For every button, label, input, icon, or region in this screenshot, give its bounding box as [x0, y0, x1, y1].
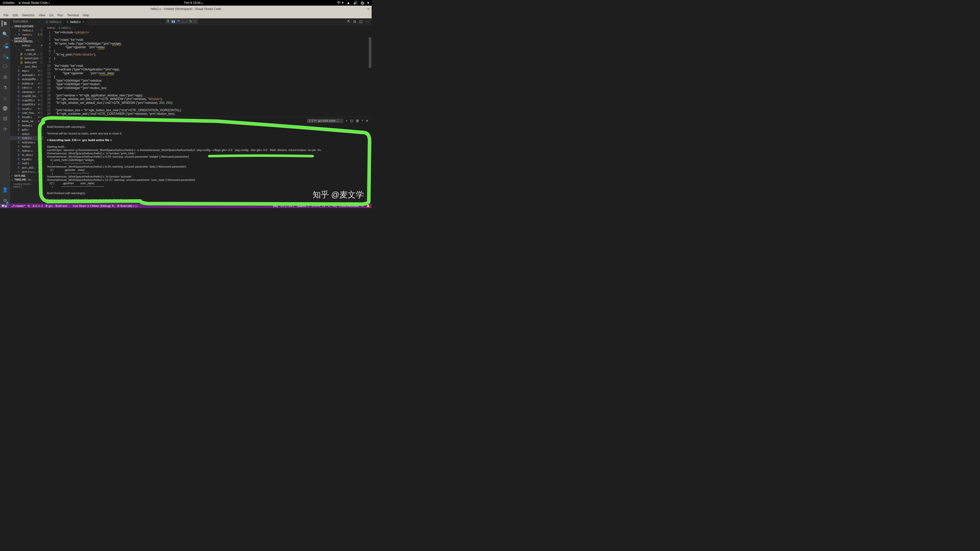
os-status[interactable]: Linux-FEDORA [339, 204, 359, 207]
network-icon[interactable]: ▲ [347, 1, 350, 5]
menu-terminal[interactable]: Terminal [65, 13, 80, 17]
compare-icon[interactable]: ⧉ [353, 19, 356, 24]
file-tree-item[interactable]: ≡hellvscU [10, 144, 43, 149]
more-actions-icon[interactable]: ⋯ [366, 19, 369, 24]
close-panel-icon[interactable]: ✕ [366, 119, 369, 123]
split-editor-icon[interactable]: ◫ [359, 19, 363, 24]
pause-icon[interactable]: ▮▮ [172, 19, 175, 23]
file-tree-item[interactable]: Ccalccc.cU [10, 86, 43, 90]
open-changes-icon[interactable]: ⇱ [347, 19, 350, 24]
maximize-panel-icon[interactable]: ^ [362, 119, 363, 123]
file-tree-item[interactable]: Ccccp0.cU [10, 106, 43, 111]
sync-icon[interactable]: ⟳ [2, 126, 8, 132]
problems-status[interactable]: ⊘ 0 ⚠ 3 [32, 204, 43, 208]
power-icon[interactable]: ⏻ [361, 1, 364, 5]
new-terminal-icon[interactable]: + [345, 119, 348, 123]
cursor-position[interactable]: Ln 1, Col 1 [280, 204, 294, 207]
file-tree-item[interactable]: Cccap0O0.cU [10, 102, 43, 106]
file-tree-item[interactable]: Cccap000.cU [10, 98, 43, 103]
sync-status[interactable]: ⟲ [27, 204, 30, 208]
menu-file[interactable]: File [2, 13, 10, 17]
feedback-icon[interactable]: ☺ [361, 204, 364, 207]
step-over-icon[interactable]: ↷ [177, 19, 180, 23]
encoding[interactable]: UTF-8 [312, 204, 320, 207]
input-method-icon[interactable]: 中 ▾ [337, 0, 344, 5]
notifications-icon[interactable]: 🔔 [366, 204, 370, 208]
account-icon[interactable]: 👤 [2, 187, 8, 193]
git-icon[interactable]: ⎌ [2, 95, 8, 102]
menu-view[interactable]: View [37, 13, 47, 17]
file-tree-item[interactable]: ≡builder.uiU [10, 81, 43, 86]
file-tree-item[interactable]: {}launch.jsonU [10, 56, 43, 60]
window-close-icon[interactable]: ✕ [367, 7, 369, 11]
terminal-selector[interactable]: 2: C++: gcc build active ⌄ [307, 119, 343, 123]
file-tree-item[interactable]: Cfread0.cU [10, 115, 43, 119]
file-tree-item[interactable]: Cfwrite0.cU [10, 124, 43, 128]
file-tree-item[interactable]: Chello2.cU [10, 136, 43, 140]
split-terminal-icon[interactable]: ◫ [350, 119, 353, 123]
file-tree-item[interactable]: ⌄.vscode [10, 48, 43, 52]
editor-scrollbar[interactable] [369, 37, 371, 68]
editor-tab[interactable]: Chello2.c× [64, 18, 87, 25]
file-tree-item[interactable]: Chellvsc.cU [10, 149, 43, 153]
git-branch[interactable]: ⎇ master* [11, 204, 25, 208]
settings-icon[interactable]: ⚙1 [2, 197, 8, 203]
open-editor-item[interactable]: ×Chello2.c3, U [10, 33, 43, 37]
language-mode[interactable]: C [328, 204, 330, 207]
breadcrumb[interactable]: hellvsc›C hello2.c›... [43, 25, 372, 30]
step-out-icon[interactable]: ↑ [186, 19, 188, 23]
extra-status[interactable]: Live Share ⊙ CMake: [Debug]: R... ⚙ Buil… [73, 204, 137, 208]
file-tree-item[interactable]: ⌄pcm_files [10, 65, 43, 69]
match-case[interactable]: [Aa] [273, 204, 278, 207]
volume-icon[interactable]: 🔊 [353, 1, 358, 5]
tweet-status[interactable]: A♭] [333, 204, 337, 208]
file-tree-item[interactable]: Ccaudcap.cU [10, 90, 43, 94]
file-tree-item[interactable]: Cmall.cU [10, 161, 43, 165]
file-tree-item[interactable]: ≡pcm.h s ce ...U [10, 170, 43, 174]
file-tree-item[interactable]: {}tasks.jsonU [10, 60, 43, 65]
explorer-more-icon[interactable]: ⋯ [38, 20, 41, 23]
timeline-header[interactable]: ⌄TIMELINE he... [10, 178, 43, 182]
test-icon[interactable]: ⚗ [2, 85, 8, 91]
file-tree-item[interactable]: Cccap00_back0.cU [10, 94, 43, 98]
run-debug-icon[interactable]: ▷1 [2, 52, 8, 59]
dropdown-icon[interactable]: ▾ [367, 1, 369, 5]
restart-icon[interactable]: ↻ [189, 19, 192, 23]
open-editors-header[interactable]: ⌄OPEN EDITORS [10, 24, 43, 28]
clock[interactable]: Feb 9 18:44 [184, 1, 200, 5]
file-tree-item[interactable]: ≡hello2U [10, 132, 43, 136]
search-icon[interactable]: 🔍 [2, 31, 8, 37]
file-tree-item[interactable]: Chellosine.cU [10, 140, 43, 144]
file-tree-item[interactable]: Chi_alsa.cU [10, 153, 43, 157]
remote-icon[interactable]: 🖵 [2, 63, 8, 69]
file-tree-item[interactable]: Cinput0.cU [10, 157, 43, 162]
extensions-icon[interactable]: ⊞ [2, 74, 8, 80]
file-tree-item[interactable]: Cargv.cU [10, 68, 43, 73]
file-tree-item[interactable]: Cgdb.cU [10, 127, 43, 132]
code-editor[interactable]: 123456789101112131415161718192021222324 … [43, 30, 372, 117]
explorer-icon[interactable]: 🗎 [2, 21, 8, 27]
workspace-header[interactable]: ⌄UNTITLED (WORKSPACE) [10, 37, 43, 43]
remote-indicator[interactable]: �놜 [0, 203, 9, 208]
menu-edit[interactable]: Edit [11, 13, 19, 17]
file-tree-item[interactable]: {}c_cpp_prope...U [10, 52, 43, 56]
menu-run[interactable]: Run [56, 13, 65, 17]
step-into-icon[interactable]: ↓ [182, 19, 184, 23]
file-tree-item[interactable]: Cpcm_a52...U [10, 165, 43, 170]
app-menu[interactable]: ⧈ Visual Studio Code ▾ [19, 1, 50, 5]
json-icon[interactable]: json [3, 106, 7, 111]
file-tree-item[interactable]: Caudcap0.cU [10, 73, 43, 77]
outline-header[interactable]: ›OUTLINE [10, 174, 43, 178]
file-tree-item[interactable]: ≡cute_headers-...U [10, 111, 43, 115]
stop-icon[interactable]: □ [194, 19, 196, 23]
kill-terminal-icon[interactable]: 🗑 [356, 119, 359, 123]
menu-help[interactable]: Help [81, 13, 91, 17]
build-task-status[interactable]: ⚙ gcc - Build and ... [45, 204, 70, 208]
menu-selection[interactable]: Selection [21, 13, 36, 17]
activities-button[interactable]: Activities [3, 1, 14, 5]
indentation[interactable]: Spaces: 2 [297, 204, 309, 207]
file-tree-item[interactable]: Cfwrite_structu...U [10, 119, 43, 124]
eol[interactable]: LF [322, 204, 326, 207]
menu-go[interactable]: Go [48, 13, 55, 17]
file-tree-item[interactable]: ⌄hellvsc [10, 43, 43, 48]
